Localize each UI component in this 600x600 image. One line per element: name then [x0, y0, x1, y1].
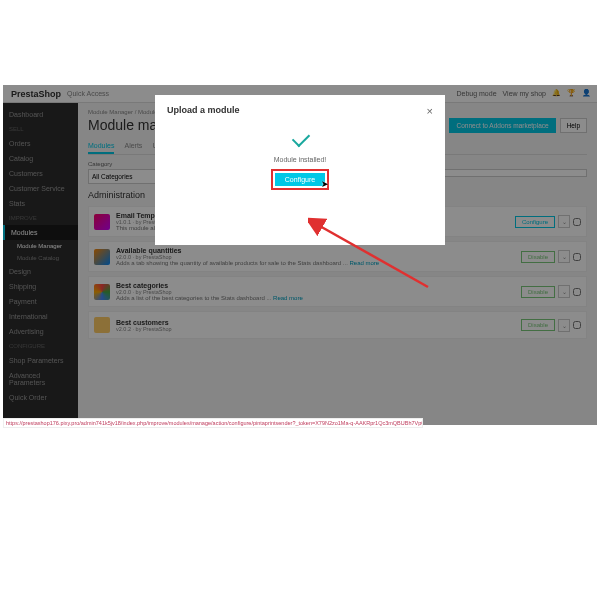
- modal-close-button[interactable]: ×: [427, 105, 433, 117]
- modal-title: Upload a module: [167, 105, 433, 115]
- cursor-icon: ➤: [321, 179, 329, 189]
- checkmark-icon: [289, 133, 311, 149]
- app-frame: PrestaShop Quick Access Debug mode View …: [3, 85, 597, 425]
- configure-button[interactable]: Configure ➤: [275, 173, 325, 186]
- upload-modal: Upload a module × Module installed! Conf…: [155, 95, 445, 245]
- highlight-box: Configure ➤: [271, 169, 329, 190]
- status-url: https://prestashop176.pixy.pro/admin741k…: [3, 418, 423, 428]
- modal-overlay[interactable]: Upload a module × Module installed! Conf…: [3, 85, 597, 425]
- installed-text: Module installed!: [167, 156, 433, 163]
